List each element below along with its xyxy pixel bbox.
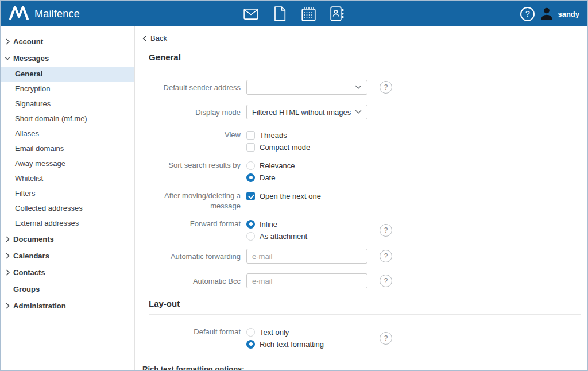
settings-content: Back GeneralDefault sender address?Displ… <box>135 26 587 370</box>
top-bar: Mailfence ? sandy <box>1 1 587 26</box>
mail-icon[interactable] <box>243 6 258 22</box>
sidebar-item-away-message[interactable]: Away message <box>1 156 134 171</box>
option-label: Date <box>260 173 275 182</box>
radio-option-date[interactable]: Date <box>246 172 368 183</box>
sidebar-item-general[interactable]: General <box>1 67 134 82</box>
avatar <box>540 6 554 22</box>
field-help-icon[interactable]: ? <box>380 81 392 94</box>
form-row-default-sender-address: Default sender address? <box>149 80 581 95</box>
select-default-sender-address[interactable] <box>246 80 368 95</box>
form-row-after-moving-deleting-a-message: After moving/deleting a messageOpen the … <box>149 190 581 211</box>
option-label: Rich text formatting <box>260 340 324 349</box>
app-window: Mailfence ? sandy AccountMessagesGeneral… <box>0 0 588 371</box>
sidebar-item-label: Administration <box>13 302 66 310</box>
user-menu[interactable]: sandy <box>540 6 579 22</box>
sidebar-item-label: General <box>15 69 42 78</box>
field-help-icon[interactable]: ? <box>380 332 392 345</box>
chevron-down-icon <box>355 85 362 90</box>
sidebar-item-account[interactable]: Account <box>1 33 134 50</box>
sidebar-item-contacts[interactable]: Contacts <box>1 264 134 281</box>
document-icon[interactable] <box>272 6 287 22</box>
radio-checked-icon <box>246 173 255 182</box>
sidebar-item-documents[interactable]: Documents <box>1 231 134 248</box>
option-label: Text only <box>260 328 289 337</box>
chevron-right-icon <box>5 253 10 259</box>
brand[interactable]: Mailfence <box>1 5 80 22</box>
top-nav <box>243 6 345 22</box>
sidebar-item-aliases[interactable]: Aliases <box>1 126 134 141</box>
checkbox-checked-icon <box>246 192 255 200</box>
sidebar-item-filters[interactable]: Filters <box>1 186 134 201</box>
back-button[interactable]: Back <box>142 34 167 42</box>
field-control: Open the next one <box>246 190 368 202</box>
input-automatic-forwarding[interactable] <box>246 249 368 264</box>
help-icon[interactable]: ? <box>520 7 535 21</box>
sidebar-item-messages[interactable]: Messages <box>1 50 134 67</box>
sidebar-item-external-addresses[interactable]: External addresses <box>1 216 134 231</box>
sidebar-item-administration[interactable]: Administration <box>1 297 134 314</box>
sidebar-item-calendars[interactable]: Calendars <box>1 248 134 264</box>
radio-option-text-only[interactable]: Text only <box>246 326 368 338</box>
sidebar-item-label: Aliases <box>15 129 39 138</box>
section-divider <box>149 68 581 68</box>
sidebar-item-label: Collected addresses <box>15 204 83 212</box>
sidebar-item-label: External addresses <box>15 219 79 227</box>
settings-sections: GeneralDefault sender address?Display mo… <box>142 52 581 370</box>
radio-option-rich-text-formatting[interactable]: Rich text formatting <box>246 338 368 350</box>
form-row-forward-format: Forward formatInlineAs attachment? <box>149 218 581 242</box>
radio-option-relevance[interactable]: Relevance <box>246 160 368 171</box>
form-row-default-format: Default formatText onlyRich text formatt… <box>149 326 581 350</box>
username: sandy <box>558 10 579 18</box>
input-automatic-bcc[interactable] <box>246 273 368 288</box>
sidebar-item-email-domains[interactable]: Email domains <box>1 141 134 156</box>
contacts-icon[interactable] <box>330 6 345 22</box>
option-label: As attachment <box>260 232 307 241</box>
sidebar-item-whitelist[interactable]: Whitelist <box>1 171 134 186</box>
checkbox-option-threads[interactable]: Threads <box>246 129 368 141</box>
sidebar-item-label: Away message <box>15 159 65 168</box>
radio-unchecked-icon <box>246 328 255 337</box>
field-label: View <box>149 129 241 140</box>
sidebar-item-short-domain-mf-me[interactable]: Short domain (mf.me) <box>1 111 134 126</box>
checkbox-option-compact-mode[interactable]: Compact mode <box>246 141 368 153</box>
field-label: Default sender address <box>149 82 241 93</box>
radio-checked-icon <box>246 340 255 349</box>
field-control <box>246 80 368 95</box>
option-label: Relevance <box>260 161 295 170</box>
sidebar-item-collected-addresses[interactable]: Collected addresses <box>1 201 134 216</box>
field-label: Display mode <box>149 107 241 118</box>
calendar-icon[interactable] <box>301 6 316 22</box>
sidebar-item-signatures[interactable]: Signatures <box>1 96 134 111</box>
sidebar-item-label: Short domain (mf.me) <box>15 114 87 123</box>
sidebar-item-label: Documents <box>13 235 54 244</box>
field-help-icon[interactable]: ? <box>380 250 392 262</box>
form-row-view: ViewThreadsCompact mode <box>149 129 581 153</box>
select-display-mode[interactable]: Filtered HTML without images <box>246 105 368 119</box>
sidebar-item-label: Messages <box>13 54 49 63</box>
sidebar-item-label: Encryption <box>15 84 50 93</box>
field-label: Automatic Bcc <box>149 276 241 287</box>
back-chevron-icon <box>142 35 147 42</box>
option-label: Inline <box>260 220 277 229</box>
main-layout: AccountMessagesGeneralEncryptionSignatur… <box>1 26 587 370</box>
section-general: GeneralDefault sender address?Display mo… <box>142 52 581 288</box>
sidebar-item-label: Contacts <box>13 268 45 277</box>
radio-checked-icon <box>246 220 255 229</box>
sidebar-item-groups[interactable]: Groups <box>1 281 134 297</box>
field-control: InlineAs attachment <box>246 218 368 242</box>
radio-option-inline[interactable]: Inline <box>246 218 368 230</box>
field-control: RelevanceDate <box>246 160 368 183</box>
field-help-icon[interactable]: ? <box>380 224 392 237</box>
top-right: ? sandy <box>520 6 579 22</box>
radio-option-as-attachment[interactable]: As attachment <box>246 230 368 242</box>
back-label: Back <box>150 34 167 42</box>
field-help-icon[interactable]: ? <box>380 275 392 287</box>
section-lay-out: Lay-outDefault formatText onlyRich text … <box>142 299 581 370</box>
settings-sidebar: AccountMessagesGeneralEncryptionSignatur… <box>1 26 135 370</box>
sidebar-item-encryption[interactable]: Encryption <box>1 82 134 96</box>
sidebar-item-label: Filters <box>15 189 35 198</box>
chevron-down-icon <box>5 56 10 61</box>
checkbox-option-open-the-next-one[interactable]: Open the next one <box>246 190 368 202</box>
form-row-automatic-forwarding: Automatic forwarding? <box>149 249 581 264</box>
field-control <box>246 273 368 288</box>
